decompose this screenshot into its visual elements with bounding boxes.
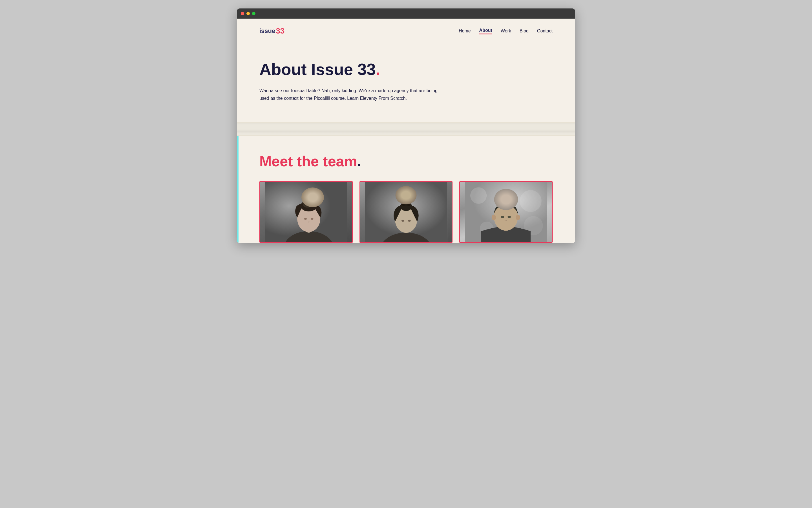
browser-minimize-dot[interactable] <box>246 12 250 15</box>
team-card-1-img <box>260 182 352 242</box>
page-wrapper: issue 33 Home About Work Blog Contact Ab… <box>237 18 575 243</box>
nav-blog[interactable]: Blog <box>520 29 529 34</box>
team-card-2-img <box>360 182 452 242</box>
svg-point-20 <box>520 190 542 212</box>
team-card-3 <box>459 181 553 243</box>
logo-text: issue <box>259 27 275 35</box>
team-card-3-img <box>460 182 552 242</box>
browser-maximize-dot[interactable] <box>252 12 255 15</box>
section-divider <box>237 122 575 136</box>
browser-chrome <box>237 8 575 18</box>
about-section: About Issue 33. Wanna see our foosball t… <box>237 43 575 122</box>
team-cards <box>259 181 553 243</box>
browser-close-dot[interactable] <box>241 12 244 15</box>
svg-point-25 <box>492 215 496 220</box>
nav-work[interactable]: Work <box>501 29 511 34</box>
svg-point-26 <box>516 215 520 220</box>
team-section-title: Meet the team. <box>259 153 553 170</box>
svg-point-8 <box>311 218 313 220</box>
nav-about[interactable]: About <box>479 28 492 34</box>
svg-point-27 <box>501 216 504 218</box>
team-section: Meet the team. <box>237 136 575 243</box>
about-description: Wanna see our foosball table? Nah, only … <box>259 87 443 102</box>
team-card-2 <box>359 181 453 243</box>
svg-point-7 <box>304 218 307 220</box>
site-header: issue 33 Home About Work Blog Contact <box>237 18 575 43</box>
nav-home[interactable]: Home <box>459 29 471 34</box>
about-title: About Issue 33. <box>259 60 553 78</box>
main-nav: Home About Work Blog Contact <box>459 28 553 34</box>
team-title-dot: . <box>357 153 361 169</box>
svg-point-19 <box>470 187 487 204</box>
svg-point-6 <box>303 200 312 208</box>
about-title-dot: . <box>376 60 380 78</box>
svg-point-17 <box>408 220 411 222</box>
site-logo[interactable]: issue 33 <box>259 27 285 36</box>
svg-point-16 <box>401 220 404 222</box>
svg-point-5 <box>301 201 317 211</box>
team-card-1 <box>259 181 353 243</box>
nav-contact[interactable]: Contact <box>537 29 553 34</box>
svg-point-28 <box>508 216 511 218</box>
logo-number: 33 <box>276 27 285 36</box>
piccalilli-link[interactable]: Learn Eleventy From Scratch <box>347 96 405 101</box>
browser-window: issue 33 Home About Work Blog Contact Ab… <box>237 8 575 243</box>
